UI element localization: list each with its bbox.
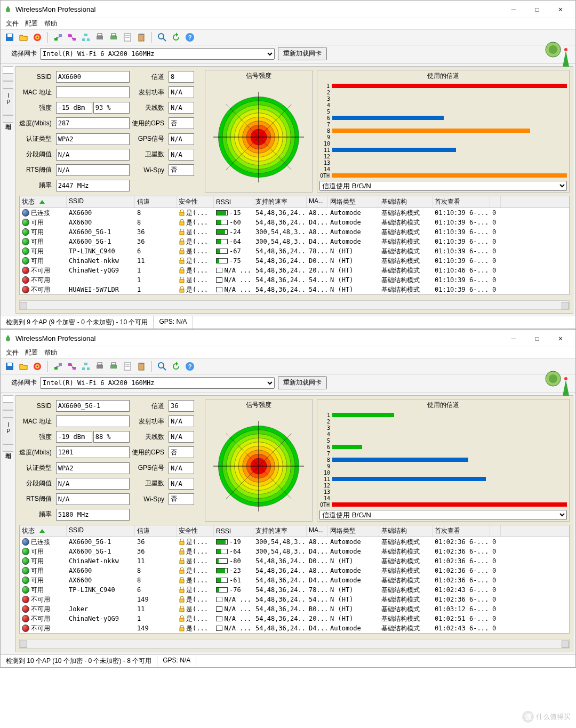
- table-row[interactable]: 可用AX6600_5G-136是(...-24300,54,48,3...A8.…: [20, 227, 569, 237]
- rssi-bar: [216, 287, 222, 292]
- net1-icon[interactable]: [52, 361, 64, 372]
- clip-icon[interactable]: [135, 361, 147, 372]
- table-row[interactable]: 可用AX66008是(...-2354,48,36,24...A8...Auto…: [20, 566, 569, 575]
- col-header[interactable]: 安全性: [177, 196, 214, 207]
- table-row[interactable]: 可用ChinaNet-nkkw11是(...-7554,48,36,24...D…: [20, 256, 569, 266]
- table-row[interactable]: 可用AX6600_5G-136是(...-64300,54,48,3...D4.…: [20, 547, 569, 556]
- menu-item[interactable]: 配置: [25, 19, 38, 28]
- svg-rect-49: [180, 270, 184, 273]
- table-row[interactable]: 可用TP-LINK_C9406是(...-6754,48,36,24...78.…: [20, 246, 569, 256]
- save-icon[interactable]: [4, 31, 15, 43]
- minimize-button[interactable]: —: [502, 332, 525, 345]
- vtab-3[interactable]: IP 连接: [3, 418, 13, 444]
- col-header[interactable]: SSID: [67, 196, 135, 207]
- table-row[interactable]: 不可用ChinaNet-yQG91是(...N/A ...54,48,36,24…: [20, 266, 569, 275]
- open-icon[interactable]: [18, 31, 29, 43]
- vtab-1[interactable]: 统计: [3, 403, 13, 410]
- help-icon[interactable]: ?: [184, 31, 196, 43]
- target-icon[interactable]: [31, 361, 43, 372]
- col-header[interactable]: 状态: [20, 525, 67, 537]
- net3-icon[interactable]: [80, 361, 92, 372]
- col-header[interactable]: MA...: [307, 196, 328, 207]
- col-header[interactable]: 支持的速率: [253, 196, 307, 207]
- log-icon[interactable]: [122, 31, 133, 43]
- col-header[interactable]: RSSI: [214, 196, 253, 207]
- vtab-1[interactable]: 统计: [3, 74, 13, 81]
- reload-nic-button[interactable]: 重新加载网卡: [278, 376, 327, 389]
- col-header[interactable]: 基础结构: [379, 196, 433, 207]
- nic-select[interactable]: Intel(R) Wi-Fi 6 AX200 160MHz: [40, 377, 275, 389]
- vtab-0[interactable]: 概要: [3, 66, 13, 74]
- minimize-button[interactable]: —: [502, 3, 525, 15]
- col-header[interactable]: SSID: [67, 525, 135, 537]
- col-header[interactable]: 基础结构: [379, 525, 433, 537]
- table-row[interactable]: 已连接AX66008是(...-1554,48,36,24...A8...Aut…: [20, 208, 569, 218]
- vtab-2[interactable]: 图形: [3, 410, 13, 418]
- table-row[interactable]: 不可用1是(...N/A ...54,48,36,24...54...N (HT…: [20, 275, 569, 285]
- hscrollbar[interactable]: [19, 639, 570, 649]
- col-header[interactable]: 网络类型: [328, 196, 379, 207]
- net3-icon[interactable]: [80, 31, 92, 43]
- zoom-icon[interactable]: [156, 361, 168, 372]
- col-header[interactable]: 信道: [135, 196, 177, 207]
- col-header[interactable]: 安全性: [177, 525, 214, 537]
- target-icon[interactable]: [31, 31, 43, 43]
- vtab-3[interactable]: IP 连接: [3, 89, 13, 115]
- maximize-button[interactable]: ☐: [525, 3, 549, 15]
- hscrollbar[interactable]: [19, 300, 570, 310]
- vtab-4[interactable]: 地图: [3, 115, 13, 123]
- col-header[interactable]: [490, 525, 501, 537]
- printg-icon[interactable]: [108, 31, 119, 43]
- refresh-icon[interactable]: [170, 31, 182, 43]
- table-row[interactable]: 已连接AX6600_5G-136是(...-19300,54,48,3...A8…: [20, 537, 569, 547]
- col-header[interactable]: 信道: [135, 525, 177, 537]
- close-button[interactable]: ✕: [549, 3, 572, 15]
- table-row[interactable]: 可用AX66008是(...-6054,48,36,24...D4...Auto…: [20, 218, 569, 227]
- cell-last: 0: [490, 614, 501, 623]
- save-icon[interactable]: [4, 361, 15, 372]
- printg-icon[interactable]: [108, 361, 119, 372]
- table-row[interactable]: 不可用Joker11是(...N/A ...54,48,36,24...B0..…: [20, 604, 569, 614]
- table-row[interactable]: 可用TP-LINK_C9406是(...-7654,48,36,24...78.…: [20, 585, 569, 595]
- close-button[interactable]: ✕: [549, 332, 572, 345]
- net1-icon[interactable]: [52, 31, 64, 43]
- zoom-icon[interactable]: [156, 31, 168, 43]
- table-row[interactable]: 不可用ChinaNet-yQG91是(...N/A ...54,48,36,24…: [20, 614, 569, 623]
- vtab-4[interactable]: 地图: [3, 444, 13, 452]
- table-row[interactable]: 可用AX66008是(...-6154,48,36,24...D4...Auto…: [20, 575, 569, 585]
- help-icon[interactable]: ?: [184, 361, 196, 372]
- vtab-0[interactable]: 概要: [3, 395, 13, 403]
- col-header[interactable]: 首次查看: [433, 196, 490, 207]
- net2-icon[interactable]: [66, 31, 78, 43]
- table-row[interactable]: 不可用149是(...N/A ...54,48,36,24...D4...Aut…: [20, 623, 569, 633]
- col-header[interactable]: MA...: [307, 525, 328, 537]
- maximize-button[interactable]: ☐: [525, 332, 549, 345]
- menu-item[interactable]: 帮助: [44, 348, 57, 357]
- table-row[interactable]: 不可用HUAWEI-5W7LDR1是(...N/A ...54,48,36,24…: [20, 285, 569, 294]
- table-row[interactable]: 不可用149是(...N/A ...54,48,36,24...54...N (…: [20, 595, 569, 604]
- table-row[interactable]: 可用AX6600_5G-136是(...-64300,54,48,3...D4.…: [20, 237, 569, 246]
- col-header[interactable]: 状态: [20, 196, 67, 207]
- col-header[interactable]: [490, 196, 501, 207]
- menu-item[interactable]: 配置: [25, 348, 38, 357]
- col-header[interactable]: RSSI: [214, 525, 253, 537]
- col-header[interactable]: 支持的速率: [253, 525, 307, 537]
- print-icon[interactable]: [94, 31, 106, 43]
- col-header[interactable]: 网络类型: [328, 525, 379, 537]
- table-row[interactable]: 可用ChinaNet-nkkw11是(...-8054,48,36,24...D…: [20, 556, 569, 566]
- menu-item[interactable]: 文件: [6, 348, 19, 357]
- channel-filter-select[interactable]: 信道使用 B/G/N: [319, 181, 567, 191]
- col-header[interactable]: 首次查看: [433, 525, 490, 537]
- log-icon[interactable]: [122, 361, 133, 372]
- clip-icon[interactable]: [135, 31, 147, 43]
- reload-nic-button[interactable]: 重新加载网卡: [278, 47, 327, 60]
- channel-filter-select[interactable]: 信道使用 B/G/N: [319, 510, 567, 520]
- print-icon[interactable]: [94, 361, 106, 372]
- menu-item[interactable]: 帮助: [44, 19, 57, 28]
- nic-select[interactable]: Intel(R) Wi-Fi 6 AX200 160MHz: [40, 48, 275, 60]
- menu-item[interactable]: 文件: [6, 19, 19, 28]
- open-icon[interactable]: [18, 361, 29, 372]
- vtab-2[interactable]: 图形: [3, 81, 13, 89]
- net2-icon[interactable]: [66, 361, 78, 372]
- refresh-icon[interactable]: [170, 361, 182, 372]
